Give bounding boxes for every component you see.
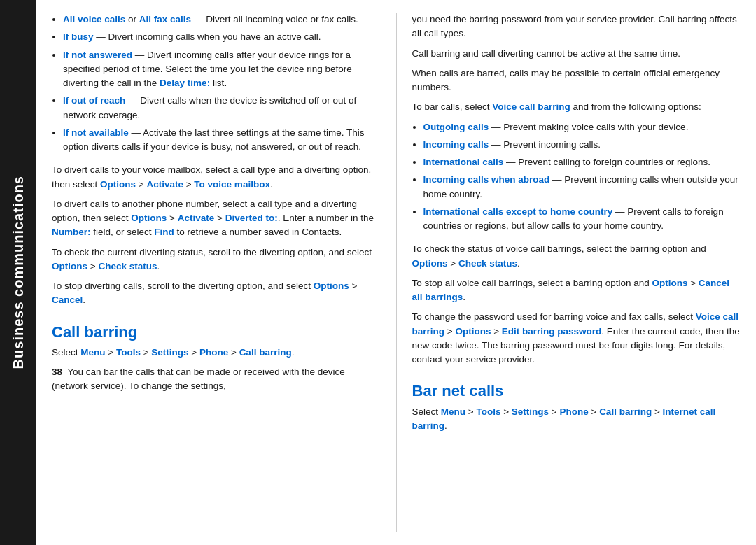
- link-tools-2[interactable]: Tools: [476, 406, 500, 417]
- section-call-barring-desc: 38 You can bar the calls that can be mad…: [52, 365, 381, 394]
- link-options-4[interactable]: Options: [314, 281, 349, 291]
- link-options-5[interactable]: Options: [412, 258, 448, 269]
- link-check-status-2[interactable]: Check status: [458, 258, 517, 269]
- link-menu-1[interactable]: Menu: [80, 347, 105, 358]
- link-menu-2[interactable]: Menu: [441, 406, 465, 417]
- right-column: you need the barring password from your …: [412, 13, 741, 532]
- section-bar-net-calls-select: Select Menu > Tools > Settings > Phone >…: [412, 405, 741, 434]
- link-incoming-abroad[interactable]: Incoming calls when abroad: [424, 174, 550, 185]
- link-call-barring-2[interactable]: Call barring: [599, 406, 652, 417]
- para-change-password: To change the password used for barring …: [412, 310, 741, 367]
- link-phone-2[interactable]: Phone: [559, 406, 588, 417]
- link-if-out-of-reach[interactable]: If out of reach: [63, 95, 125, 106]
- list-item-if-busy: If busy — Divert incoming calls when you…: [63, 30, 381, 44]
- link-settings-2[interactable]: Settings: [512, 406, 549, 417]
- link-options-3[interactable]: Options: [52, 261, 88, 271]
- link-options-1[interactable]: Options: [100, 179, 136, 190]
- link-delay-time[interactable]: Delay time:: [160, 78, 210, 88]
- link-number[interactable]: Number:: [52, 227, 91, 237]
- column-divider: [396, 13, 397, 532]
- link-all-voice-calls[interactable]: All voice calls: [63, 14, 125, 24]
- section-call-barring-select: Select Menu > Tools > Settings > Phone >…: [52, 346, 381, 360]
- bullet-list-left: All voice calls or All fax calls — Diver…: [63, 13, 381, 157]
- link-phone-1[interactable]: Phone: [200, 347, 228, 358]
- list-item-if-not-answered: If not answered — Divert incoming calls …: [63, 48, 381, 91]
- link-incoming-calls[interactable]: Incoming calls: [424, 139, 489, 150]
- list-item-if-not-available: If not available — Activate the last thr…: [63, 126, 381, 155]
- link-check-status-1[interactable]: Check status: [98, 261, 157, 271]
- bullet-list-right: Outgoing calls — Prevent making voice ca…: [424, 120, 741, 237]
- link-call-barring-1[interactable]: Call barring: [239, 347, 292, 358]
- para-stop-diverting: To stop diverting calls, scroll to the d…: [52, 279, 381, 308]
- link-settings-1[interactable]: Settings: [151, 347, 188, 358]
- link-to-voice-mailbox[interactable]: To voice mailbox: [194, 179, 270, 190]
- link-options-6[interactable]: Options: [652, 278, 687, 288]
- page-number: 38: [52, 367, 62, 377]
- link-options-2[interactable]: Options: [131, 213, 167, 223]
- para-voice-mailbox: To divert calls to your voice mailbox, s…: [52, 163, 381, 192]
- link-edit-barring-password[interactable]: Edit barring password: [502, 326, 602, 337]
- link-voice-call-barring-1[interactable]: Voice call barring: [492, 101, 570, 112]
- link-activate-2[interactable]: Activate: [178, 213, 215, 223]
- link-options-7[interactable]: Options: [455, 326, 491, 337]
- list-item-international-except: International calls except to home count…: [424, 205, 741, 234]
- para-emergency: When calls are barred, calls may be poss…: [412, 66, 741, 95]
- para-check-status: To check the current diverting status, s…: [52, 246, 381, 274]
- para-barring-diverting: Call barring and call diverting cannot b…: [412, 47, 741, 61]
- para-check-barring-status: To check the status of voice call barrin…: [412, 242, 741, 271]
- list-item-all-voice: All voice calls or All fax calls — Diver…: [63, 13, 381, 27]
- sidebar: Business communications: [0, 0, 36, 545]
- link-find[interactable]: Find: [154, 227, 174, 237]
- section-call-barring-title: Call barring: [52, 323, 381, 341]
- para-to-bar-calls: To bar calls, select Voice call barring …: [412, 100, 741, 114]
- link-all-fax-calls[interactable]: All fax calls: [139, 14, 191, 24]
- list-item-incoming-abroad: Incoming calls when abroad — Prevent inc…: [424, 173, 741, 201]
- link-cancel-1[interactable]: Cancel: [52, 295, 83, 305]
- link-if-busy[interactable]: If busy: [63, 31, 94, 42]
- link-if-not-available[interactable]: If not available: [63, 127, 129, 138]
- link-international-except[interactable]: International calls except to home count…: [424, 206, 613, 217]
- link-tools-1[interactable]: Tools: [116, 347, 141, 358]
- para-stop-barrings: To stop all voice call barrings, select …: [412, 276, 741, 305]
- section-bar-net-calls-title: Bar net calls: [412, 382, 741, 400]
- para-password-info: you need the barring password from your …: [412, 13, 741, 41]
- content-wrapper: All voice calls or All fax calls — Diver…: [36, 0, 756, 545]
- list-item-if-out-of-reach: If out of reach — Divert calls when the …: [63, 94, 381, 122]
- link-diverted-to[interactable]: Diverted to:: [225, 213, 278, 223]
- list-item-incoming: Incoming calls — Prevent incoming calls.: [424, 138, 741, 152]
- list-item-international: International calls — Prevent calling to…: [424, 155, 741, 169]
- left-column: All voice calls or All fax calls — Diver…: [52, 13, 381, 532]
- sidebar-title: Business communications: [10, 176, 27, 369]
- link-outgoing-calls[interactable]: Outgoing calls: [424, 122, 489, 132]
- link-activate-1[interactable]: Activate: [146, 179, 183, 190]
- link-if-not-answered[interactable]: If not answered: [63, 50, 132, 60]
- para-another-number: To divert calls to another phone number,…: [52, 197, 381, 240]
- list-item-outgoing: Outgoing calls — Prevent making voice ca…: [424, 120, 741, 134]
- link-international-calls[interactable]: International calls: [424, 157, 504, 167]
